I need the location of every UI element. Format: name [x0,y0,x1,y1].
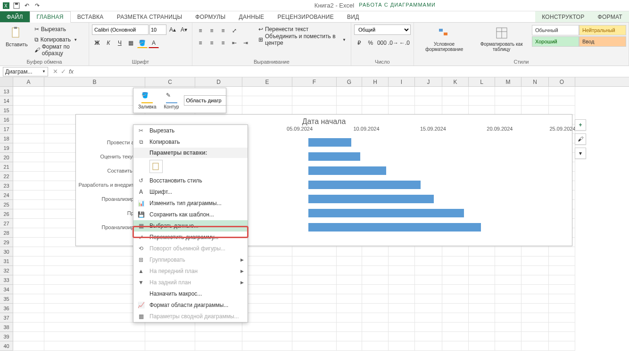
cell[interactable] [549,285,575,294]
cell[interactable] [337,106,362,115]
cell[interactable] [495,275,521,285]
font-size-select[interactable] [149,25,166,35]
name-box[interactable]: Диаграм...▼ [3,67,48,76]
cell[interactable] [362,96,389,106]
cell[interactable] [13,200,44,209]
cell[interactable] [337,266,362,275]
cell[interactable] [495,87,521,96]
cell[interactable] [292,256,337,266]
cell[interactable] [495,96,521,106]
row-header-29[interactable]: 29 [0,238,13,247]
row-header-30[interactable]: 30 [0,247,13,256]
align-middle-icon[interactable]: ≡ [207,25,217,36]
cell[interactable] [389,313,415,323]
cell[interactable] [469,285,495,294]
cell[interactable] [521,256,549,266]
cell[interactable] [442,313,469,323]
cell[interactable] [292,266,337,275]
cell[interactable] [469,266,495,275]
conditional-format-button[interactable]: Условное форматирование [417,25,472,53]
cell[interactable] [415,323,442,332]
row-header-34[interactable]: 34 [0,285,13,294]
cell[interactable] [389,323,415,332]
cell[interactable] [44,96,145,106]
cell[interactable] [495,304,521,313]
col-header-O[interactable]: O [549,77,575,86]
cell[interactable] [415,106,442,115]
cell[interactable] [415,285,442,294]
cell[interactable] [549,247,575,256]
cell[interactable] [145,332,195,341]
font-name-select[interactable] [92,25,149,35]
cell[interactable] [389,304,415,313]
cell[interactable] [521,323,549,332]
cancel-formula-icon[interactable]: ✕ [53,68,58,75]
cell[interactable] [495,256,521,266]
cell[interactable] [13,115,44,124]
save-icon[interactable] [12,1,21,10]
chart-bar[interactable] [308,195,434,203]
row-header-40[interactable]: 40 [0,341,13,351]
increase-font-icon[interactable]: A▴ [167,25,178,35]
font-color-button[interactable]: A [149,38,159,48]
row-header-14[interactable]: 14 [0,96,13,106]
row-header-28[interactable]: 28 [0,228,13,238]
cell[interactable] [44,341,145,351]
cell[interactable] [521,304,549,313]
cell[interactable] [389,341,415,351]
ctx-change-chart-type[interactable]: 📊Изменить тип диаграммы... [133,198,248,209]
align-top-icon[interactable]: ≡ [195,25,206,36]
col-header-N[interactable]: N [521,77,549,86]
cell[interactable] [195,341,242,351]
cell[interactable] [337,285,362,294]
cell[interactable] [549,96,575,106]
cell[interactable] [362,323,389,332]
ctx-copy[interactable]: ⧉Копировать [133,136,248,148]
cell[interactable] [415,304,442,313]
cell[interactable] [549,106,575,115]
row-header-33[interactable]: 33 [0,275,13,285]
cell[interactable] [442,275,469,285]
cell[interactable] [442,266,469,275]
cell[interactable] [44,247,145,256]
cell[interactable] [469,256,495,266]
cell[interactable] [337,332,362,341]
tab-insert[interactable]: ВСТАВКА [71,11,110,22]
col-header-M[interactable]: M [495,77,521,86]
cell[interactable] [292,285,337,294]
cell[interactable] [442,323,469,332]
cell[interactable] [362,313,389,323]
cell[interactable] [549,275,575,285]
tab-formulas[interactable]: ФОРМУЛЫ [189,11,232,22]
cell[interactable] [442,285,469,294]
cell[interactable] [442,87,469,96]
cell[interactable] [415,247,442,256]
col-header-A[interactable]: A [13,77,44,86]
cell[interactable] [292,313,337,323]
chart-filter-icon[interactable]: ▾ [575,148,586,159]
merge-center-button[interactable]: ⊞Объединить и поместить в центре▼ [257,35,348,44]
cell[interactable] [389,294,415,304]
cell[interactable] [13,153,44,162]
cell[interactable] [13,87,44,96]
cell[interactable] [44,285,145,294]
tab-data[interactable]: ДАННЫЕ [232,11,271,22]
cell[interactable] [362,304,389,313]
cell[interactable] [13,313,44,323]
cell[interactable] [389,332,415,341]
cell[interactable] [389,266,415,275]
cell[interactable] [469,332,495,341]
cell[interactable] [13,332,44,341]
cell[interactable] [469,275,495,285]
cell[interactable] [442,294,469,304]
cell[interactable] [549,332,575,341]
chart-bar[interactable] [308,152,360,161]
chart-styles-icon[interactable]: 🖌 [575,133,586,145]
cell[interactable] [415,313,442,323]
row-header-16[interactable]: 16 [0,115,13,124]
cell[interactable] [362,247,389,256]
row-header-24[interactable]: 24 [0,190,13,200]
cell[interactable] [44,313,145,323]
cell[interactable] [362,341,389,351]
cell[interactable] [44,87,145,96]
